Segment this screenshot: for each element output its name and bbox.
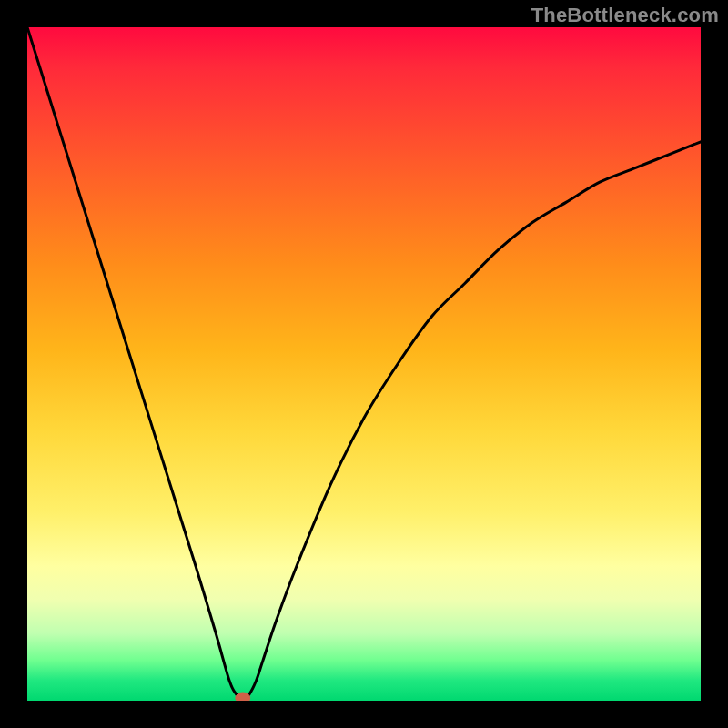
watermark-text: TheBottleneck.com [531, 4, 719, 27]
chart-frame: TheBottleneck.com [0, 0, 728, 728]
plot-area [27, 27, 701, 701]
minimum-point-marker [236, 693, 250, 701]
curve-layer [27, 27, 701, 701]
bottleneck-curve [27, 27, 701, 701]
